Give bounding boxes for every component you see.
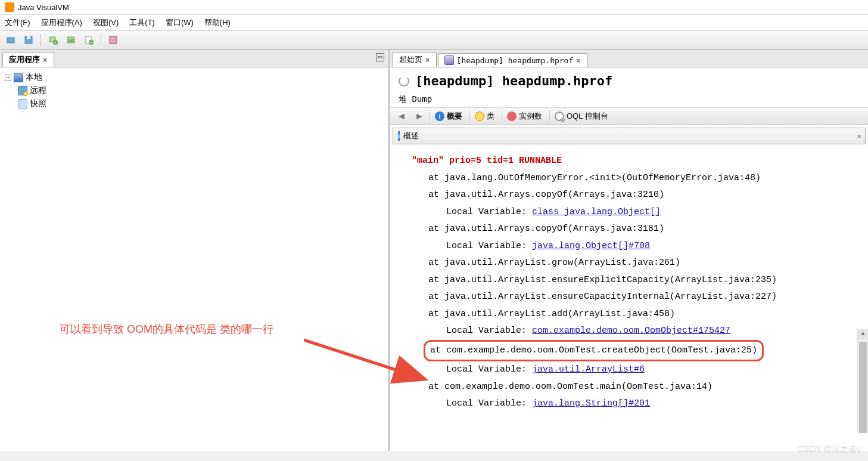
computer-icon [14,73,23,82]
subtitle: 堆 Dump [390,92,868,108]
menu-help[interactable]: 帮助(H) [204,17,231,28]
svg-rect-0 [7,38,14,43]
tab-start[interactable]: 起始页 × [393,52,437,67]
heap-toolbar: ◄ ► i 概要 类 实例数 OQL 控制台 [390,108,868,125]
tb-label: 实例数 [519,111,542,122]
open-icon[interactable] [4,33,18,47]
scroll-thumb[interactable] [859,342,867,433]
window-title: Java VisualVM [18,3,69,12]
refresh-icon[interactable] [399,76,409,86]
heapdump-icon [444,55,454,65]
local-variable-line: Local Variable: class java.lang.Object[] [399,204,860,221]
tb-label: 概要 [447,111,462,122]
tree-label: 本地 [26,72,42,83]
tab-label: [heapdump] heapdump.hprof [457,56,574,65]
left-pane: 应用程序 × ▭ + 本地 远程 快照 [0,49,390,451]
tab-applications[interactable]: 应用程序 × [2,52,54,67]
app-tree: + 本地 远程 快照 [0,67,388,114]
svg-text:+: + [54,40,57,45]
tree-node-local[interactable]: + 本地 [2,71,385,84]
expand-icon[interactable]: + [5,75,11,81]
title-bar: Java VisualVM [0,0,868,15]
menu-file[interactable]: 文件(F) [5,17,30,28]
forward-icon[interactable]: ► [412,110,427,123]
add-remote-icon[interactable]: + [46,33,60,47]
right-pane: 起始页 × [heapdump] heapdump.hprof × [heapd… [390,49,868,451]
stack-line: at java.util.ArrayList.add(ArrayList.jav… [399,306,860,323]
stack-line: at java.util.ArrayList.ensureExplicitCap… [399,272,860,289]
oql-icon [555,112,564,121]
scroll-up-icon[interactable]: ▲ [858,329,868,339]
menu-window[interactable]: 窗口(W) [166,17,194,28]
menu-app[interactable]: 应用程序(A) [41,17,82,28]
svg-rect-11 [110,36,117,44]
content-header: [heapdump] heapdump.hprof [390,67,868,92]
heap-dump-icon[interactable] [106,33,120,47]
stack-line: at java.util.ArrayList.grow(ArrayList.ja… [399,255,860,272]
stack-trace: "main" prio=5 tid=1 RUNNABLEat java.lang… [390,147,868,433]
scrollbar[interactable]: ▲ [857,329,868,433]
local-variable-line: Local Variable: com.example.demo.oom.Oom… [399,323,860,340]
stack-line: at java.util.ArrayList.ensureCapacityInt… [399,289,860,306]
svg-text:JMX: JMX [68,39,74,42]
save-icon[interactable] [21,33,36,47]
tb-label: 类 [487,111,494,122]
close-icon[interactable]: × [425,55,430,64]
tree-node-remote[interactable]: 远程 [2,84,385,97]
local-variable-line: Local Variable: java.util.ArrayList#6 [399,361,860,379]
tb-instances[interactable]: 实例数 [502,111,547,122]
stack-line: at java.util.Arrays.copyOf(Arrays.java:3… [399,221,860,238]
local-variable-line: Local Variable: java.lang.Object[]#708 [399,238,860,255]
remote-icon [18,86,27,95]
close-icon[interactable]: × [576,56,581,65]
stack-line: at java.lang.OutOfMemoryError.<init>(Out… [399,170,860,187]
tb-overview[interactable]: i 概要 [430,111,467,122]
tb-classes[interactable]: 类 [469,111,499,122]
variable-link[interactable]: com.example.demo.oom.OomObject#175427 [532,326,730,336]
add-file-icon[interactable]: + [82,33,96,47]
tab-label: 起始页 [399,54,422,65]
separator [41,34,41,46]
section-header: i 概述 × [393,128,866,144]
tab-label: 应用程序 [9,54,40,65]
highlighted-stack-line: at com.example.demo.oom.OomTest.createOb… [424,340,764,362]
menu-tools[interactable]: 工具(T) [129,17,155,28]
tb-oql[interactable]: OQL 控制台 [549,111,613,122]
variable-link[interactable]: java.lang.Object[]#708 [532,241,650,251]
instance-icon [507,112,517,121]
snapshot-icon [18,99,27,109]
main-toolbar: + JMX + [0,31,868,49]
tab-heapdump[interactable]: [heapdump] heapdump.hprof × [438,53,587,67]
back-icon[interactable]: ◄ [394,110,409,123]
local-variable-line: Local Variable: java.lang.String[]#201 [399,395,860,413]
menu-bar: 文件(F) 应用程序(A) 视图(V) 工具(T) 窗口(W) 帮助(H) [0,15,868,31]
separator [101,34,101,46]
thread-header: "main" prio=5 tid=1 RUNNABLE [399,153,860,170]
svg-rect-2 [27,36,30,39]
left-tabs: 应用程序 × ▭ [0,49,388,67]
add-jmx-icon[interactable]: JMX [64,33,78,47]
variable-link[interactable]: java.lang.String[]#201 [532,398,650,409]
variable-link[interactable]: class java.lang.Object[] [532,207,661,217]
section-title: 概述 [403,131,419,141]
minimize-icon[interactable]: ▭ [376,53,384,61]
info-icon: i [435,112,444,121]
class-icon [475,112,484,121]
close-icon[interactable]: × [43,55,48,64]
tree-label: 远程 [30,85,46,96]
tree-label: 快照 [30,98,46,109]
page-title: [heapdump] heapdump.hprof [415,73,612,88]
tree-node-snapshot[interactable]: 快照 [2,97,385,110]
variable-link[interactable]: java.util.ArrayList#6 [532,364,645,375]
right-tabs: 起始页 × [heapdump] heapdump.hprof × [390,49,868,67]
annotation-text: 可以看到导致 OOM的具体代码是 类的哪一行 [60,322,273,336]
watermark: CSDN @乐之者v [797,444,861,455]
menu-view[interactable]: 视图(V) [93,17,119,28]
info-icon: i [398,131,400,141]
stack-line: at com.example.demo.oom.OomTest.main(Oom… [399,379,860,396]
svg-text:+: + [90,40,93,45]
stack-line: at java.util.Arrays.copyOf(Arrays.java:3… [399,187,860,204]
close-icon[interactable]: × [857,132,861,141]
app-icon [5,2,14,12]
tb-label: OQL 控制台 [567,111,608,122]
